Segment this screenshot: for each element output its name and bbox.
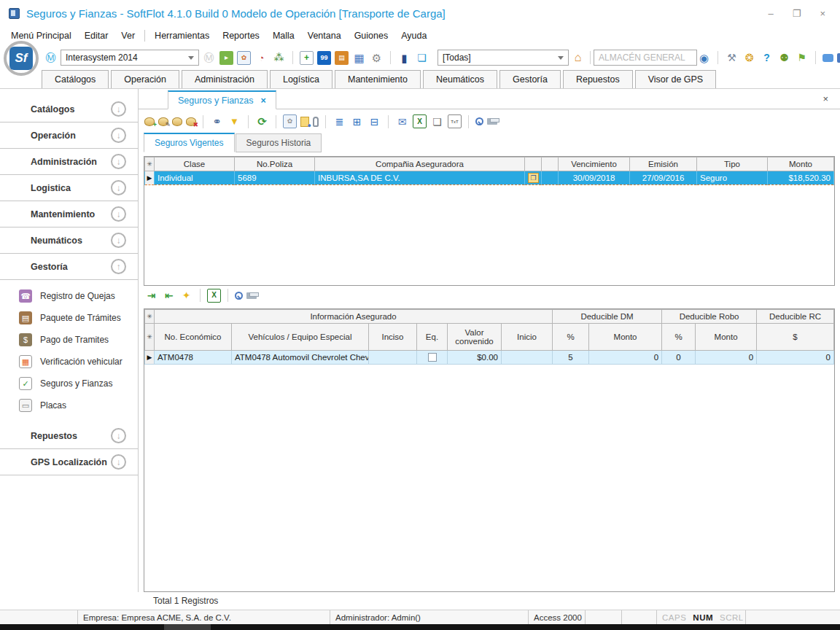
menu-ventana[interactable]: Ventana <box>301 28 348 44</box>
menu-ver[interactable]: Ver <box>114 28 141 44</box>
filter-combobox[interactable]: [Todas] <box>438 50 569 66</box>
cell-vencimiento[interactable]: 30/09/2018 <box>559 171 630 185</box>
new-document-icon[interactable]: + <box>300 51 314 65</box>
asset-row[interactable]: ▶ ATM0478 ATM0478 Automovil Chevrolet Ch… <box>145 351 834 365</box>
m-badge-disabled-icon[interactable]: Ⓜ <box>202 51 216 65</box>
ribbon-tab-visor-de-gps[interactable]: Visor de GPS <box>635 70 717 88</box>
people-group-icon[interactable]: ⁂ <box>272 51 286 65</box>
sidebar-section-catálogos[interactable]: Catálogos↓ <box>0 96 138 122</box>
column-header-no-economico[interactable]: No. Económico <box>155 324 232 351</box>
home-icon[interactable]: ⌂ <box>571 51 585 65</box>
column-header-poliza[interactable]: No.Poliza <box>235 158 315 171</box>
print-preview-icon[interactable] <box>475 117 483 125</box>
badge-99-icon[interactable]: 99 <box>317 51 331 65</box>
column-header-dm-monto[interactable]: Monto <box>589 324 662 351</box>
cell-vehiculo[interactable]: ATM0478 Automovil Chevrolet Chev... <box>232 351 369 365</box>
cell-no-economico[interactable]: ATM0478 <box>155 351 232 365</box>
export-excel-icon[interactable]: X <box>413 114 427 128</box>
bug-report-icon[interactable]: ⚉ <box>777 51 791 65</box>
menu-guiones[interactable]: Guiones <box>348 28 395 44</box>
cell-dm-pct[interactable]: 5 <box>553 351 589 365</box>
expand-arrow-icon[interactable]: ↓ <box>111 128 126 143</box>
cell-tipo[interactable]: Seguro <box>697 171 768 185</box>
sidebar-section-operación[interactable]: Operación↓ <box>0 122 138 149</box>
column-header-inicio[interactable]: Inicio <box>502 324 553 351</box>
column-header-robo-pct[interactable]: % <box>662 324 696 351</box>
column-header-robo-monto[interactable]: Monto <box>696 324 757 351</box>
cell-attachment[interactable]: ❐ <box>525 171 542 185</box>
restore-button[interactable]: ❐ <box>793 8 801 19</box>
expand-arrow-icon[interactable]: ↓ <box>111 233 126 248</box>
clipboard-tasks-icon[interactable]: ▤ <box>335 51 349 65</box>
document-tab-seguros-y-fianzas[interactable]: Seguros y Fianzas × <box>168 90 276 109</box>
edit-record-icon[interactable]: ✎ <box>158 117 168 126</box>
profile-combobox[interactable]: Interasystem 2014 <box>61 50 199 66</box>
column-header-valor-convenido[interactable]: Valor convenido <box>448 324 502 351</box>
warehouse-field[interactable]: ALMACÉN GENERAL <box>594 50 697 66</box>
refresh-icon[interactable]: ⟳ <box>255 114 269 128</box>
tree-view-icon[interactable]: ≣ <box>332 114 346 128</box>
eq-checkbox[interactable] <box>428 353 437 362</box>
picture-icon[interactable]: ✿ <box>237 51 251 65</box>
export-excel-icon[interactable]: X <box>207 289 221 303</box>
cell-robo-monto[interactable]: 0 <box>696 351 757 365</box>
cell-inciso[interactable] <box>369 351 417 365</box>
sidebar-item-paquete-de-trámites[interactable]: ▤Paquete de Trámites <box>0 307 138 329</box>
expand-arrow-icon[interactable]: ↓ <box>111 101 126 117</box>
m-badge-icon[interactable]: Ⓜ <box>44 51 58 65</box>
wizard-icon[interactable]: ✦ <box>179 289 193 303</box>
column-header-vehiculos[interactable]: Vehículos / Equipo Especial <box>232 324 369 351</box>
sidebar-section-gps-localización[interactable]: GPS Localización↓ <box>0 449 138 475</box>
tools-wrench-icon[interactable]: ⚒ <box>725 51 739 65</box>
column-header-aseguradora[interactable]: Compañia Aseguradora <box>315 158 525 171</box>
column-header-tipo[interactable]: Tipo <box>697 158 768 171</box>
panel-close-icon[interactable]: × <box>822 93 828 104</box>
menu-herramientas[interactable]: Herramientas <box>148 28 216 44</box>
tree-add-icon[interactable]: ⊞ <box>350 114 364 128</box>
expand-arrow-icon[interactable]: ↓ <box>111 454 126 470</box>
cell-clase[interactable]: Individual <box>155 171 235 185</box>
menu-ayuda[interactable]: Ayuda <box>394 28 433 44</box>
exit-door-icon[interactable] <box>837 53 840 63</box>
help-icon[interactable]: ? <box>760 51 774 65</box>
currency-coins-icon[interactable]: ❂ <box>742 51 756 65</box>
windows-cascade-icon[interactable]: ❏ <box>415 51 429 65</box>
sidebar-section-gestoría[interactable]: Gestoría↑ <box>0 254 138 280</box>
add-record-icon[interactable]: + <box>144 117 155 126</box>
menu-malla[interactable]: Malla <box>266 28 301 44</box>
cell-blank[interactable] <box>542 171 559 185</box>
column-header-vencimiento[interactable]: Vencimiento <box>559 158 630 171</box>
print-preview-icon[interactable] <box>235 292 243 300</box>
cell-eq[interactable] <box>417 351 448 365</box>
cell-valor-convenido[interactable]: $0.00 <box>448 351 502 365</box>
ribbon-tab-logística[interactable]: Logística <box>270 70 332 88</box>
chat-bubble-icon[interactable] <box>822 54 833 62</box>
cell-rc[interactable]: 0 <box>757 351 834 365</box>
sidebar-section-logistica[interactable]: Logistica↓ <box>0 175 138 201</box>
column-header-dm-pct[interactable]: % <box>553 324 589 351</box>
expand-arrow-icon[interactable]: ↓ <box>111 428 126 443</box>
chevron-down-icon[interactable] <box>188 56 194 60</box>
sidebar-item-placas[interactable]: ▭Placas <box>0 394 138 416</box>
column-header-emision[interactable]: Emisión <box>630 158 697 171</box>
tab-seguros-vigentes[interactable]: Seguros Vigentes <box>144 133 235 152</box>
cell-robo-pct[interactable]: 0 <box>662 351 696 365</box>
column-header-inciso[interactable]: Inciso <box>369 324 417 351</box>
form-grid-icon[interactable]: ▦ <box>352 51 366 65</box>
expand-arrow-icon[interactable]: ↓ <box>111 206 126 222</box>
sidebar-item-seguros-y-fianzas[interactable]: ✓Seguros y Fianzas <box>0 373 138 394</box>
search-binoculars-icon[interactable]: ⚭ <box>210 114 224 128</box>
export-txt-icon[interactable]: TxT <box>448 114 462 128</box>
collapse-arrow-icon[interactable]: ↑ <box>111 259 126 274</box>
gauge-icon[interactable]: ◔ <box>254 51 268 65</box>
cell-emision[interactable]: 27/09/2016 <box>630 171 697 185</box>
cell-poliza[interactable]: 5689 <box>235 171 315 185</box>
picture-icon[interactable]: ✿ <box>283 114 297 128</box>
export-document-icon[interactable]: ❏ <box>430 114 444 128</box>
settings-gear-icon[interactable]: ⚙ <box>370 51 384 65</box>
sidebar-section-repuestos[interactable]: Repuestos↓ <box>0 423 138 449</box>
cell-aseguradora[interactable]: INBURSA,SA DE C.V. <box>315 171 525 185</box>
sidebar-section-mantenimiento[interactable]: Mantenimiento↓ <box>0 201 138 228</box>
sidebar-item-verificación-vehicular[interactable]: ▦Verificación vehicular <box>0 351 138 373</box>
note-icon[interactable]: ● <box>300 117 309 127</box>
